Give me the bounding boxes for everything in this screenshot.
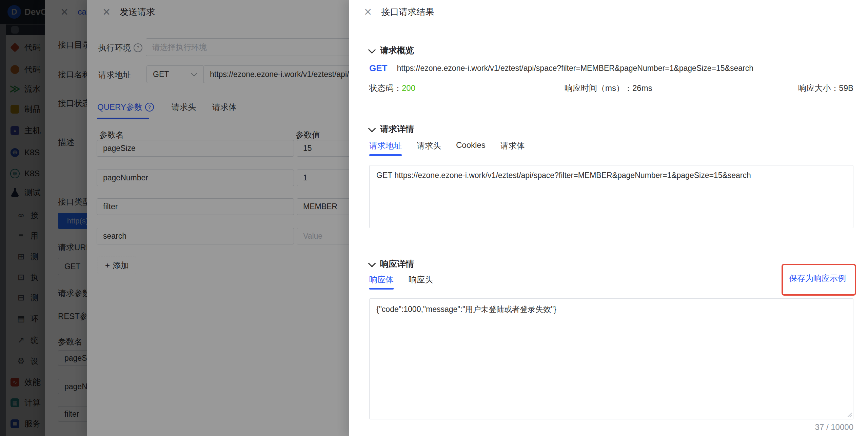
send-drawer-title: 发送请求 bbox=[120, 6, 155, 18]
param-name-input[interactable]: search bbox=[97, 228, 294, 244]
efficiency-icon: ∿ bbox=[10, 377, 20, 387]
close-icon[interactable]: × bbox=[364, 5, 372, 18]
help-icon: ? bbox=[145, 103, 154, 112]
overview-url-row: GET https://ezone.ezone-i.work/v1/eztest… bbox=[369, 63, 753, 74]
resize-handle-icon[interactable] bbox=[846, 412, 852, 418]
sidebar-item-service[interactable]: 服务 bbox=[6, 418, 45, 430]
stats-chart-icon: ↗ bbox=[16, 335, 26, 345]
section-request-overview[interactable]: 请求概览 bbox=[369, 45, 414, 56]
sidebar-item-label: 制品 bbox=[24, 104, 41, 115]
field-label-param-name: 参数名 bbox=[58, 336, 82, 347]
app-icon bbox=[10, 25, 20, 35]
tab-response-headers[interactable]: 响应头 bbox=[409, 274, 433, 285]
sidebar-item-label: 统 bbox=[31, 335, 38, 345]
active-tab-underline bbox=[369, 154, 402, 156]
close-icon[interactable]: × bbox=[61, 5, 68, 18]
section-response-detail[interactable]: 响应详情 bbox=[369, 258, 414, 270]
sidebar: D DevC 代码 代码 ≫ 流水 制品 ▲ 主机 ☸ K8S bbox=[0, 0, 45, 436]
sidebar-item-artifact[interactable]: 制品 bbox=[6, 103, 45, 115]
sidebar-subitem-stats[interactable]: ↗ 统 bbox=[6, 334, 45, 346]
param-name-input[interactable]: pageSize bbox=[97, 140, 294, 157]
report-icon: ⊟ bbox=[16, 293, 26, 302]
api-drawer-title: ca bbox=[78, 7, 86, 17]
result-drawer-title: 接口请求结果 bbox=[381, 6, 434, 18]
artifact-icon bbox=[10, 104, 20, 114]
sidebar-item-label: 计算 bbox=[24, 397, 41, 408]
sidebar-item-pipeline[interactable]: ≫ 流水 bbox=[6, 83, 45, 95]
sidebar-item-test[interactable]: 测试 bbox=[6, 187, 45, 198]
link-icon: ∞ bbox=[16, 211, 26, 220]
sidebar-item-label: 设 bbox=[31, 356, 38, 366]
section-request-detail[interactable]: 请求详情 bbox=[369, 123, 414, 135]
close-icon[interactable]: × bbox=[103, 5, 110, 18]
param-name-input[interactable]: filter bbox=[97, 198, 294, 215]
add-param-button[interactable]: + 添加 bbox=[98, 257, 136, 274]
sidebar-subitem-executions[interactable]: ⊡ 执 bbox=[6, 272, 45, 283]
pipeline-icon: ≫ bbox=[10, 84, 20, 94]
tab-request-body[interactable]: 请求体 bbox=[212, 102, 237, 113]
response-body-textarea[interactable]: {"code":1000,"message":"用户未登陆或者登录失效"} bbox=[369, 298, 853, 419]
tab-request-headers[interactable]: 请求头 bbox=[172, 102, 196, 113]
sidebar-item-code-scan[interactable]: 代码 bbox=[6, 64, 45, 75]
sidebar-item-host[interactable]: ▲ 主机 bbox=[6, 125, 45, 136]
sidebar-subitem-settings[interactable]: ⚙ 设 bbox=[6, 355, 45, 367]
k8s-manage-icon: ☸ bbox=[10, 169, 20, 178]
save-as-example-wrap: 保存为响应示例 bbox=[782, 264, 853, 293]
code-branch-icon bbox=[10, 43, 20, 52]
request-url: https://ezone.ezone-i.work/v1/eztest/api… bbox=[397, 64, 753, 73]
tab-response-body[interactable]: 响应体 bbox=[369, 274, 394, 285]
response-time: 响应时间（ms）：26ms bbox=[565, 83, 652, 94]
request-detail-tabs: 请求地址 请求头 Cookies 请求体 bbox=[369, 140, 525, 151]
chevron-down-icon bbox=[191, 70, 197, 76]
sidebar-subitem-env[interactable]: ▤ 环 bbox=[6, 313, 45, 324]
sidebar-item-label: 代码 bbox=[24, 64, 41, 75]
sidebar-item-code-repo[interactable]: 代码 bbox=[6, 42, 45, 53]
sidebar-item-label: 效能 bbox=[24, 377, 41, 388]
field-label-api-desc: 描述 bbox=[58, 137, 74, 148]
sidebar-item-label: K8S bbox=[24, 169, 40, 178]
sidebar-item-label: 测试 bbox=[24, 187, 41, 198]
logo-bar: D DevC bbox=[0, 0, 45, 24]
tab-request-address[interactable]: 请求地址 bbox=[369, 140, 402, 151]
sidebar-item-label: 测 bbox=[31, 252, 38, 262]
sidebar-subitem-api-test[interactable]: ∞ 接 bbox=[6, 210, 45, 221]
tab-request-body[interactable]: 请求体 bbox=[500, 140, 525, 151]
gear-icon: ⚙ bbox=[16, 356, 26, 366]
board-icon: ⊞ bbox=[16, 252, 26, 261]
env-icon: ▤ bbox=[16, 314, 26, 323]
tab-query-params[interactable]: QUERY参数? bbox=[97, 102, 155, 113]
field-label-api-status: 接口状态 bbox=[58, 98, 91, 109]
window-icon: ⊡ bbox=[16, 273, 26, 282]
param-name-input[interactable]: pageNumber bbox=[97, 170, 294, 186]
sidebar-item-compute[interactable]: ▦ 计算 bbox=[6, 397, 45, 409]
tab-cookies[interactable]: Cookies bbox=[456, 140, 486, 150]
sidebar-item-label: 执 bbox=[31, 272, 38, 283]
chevron-down-icon bbox=[368, 124, 376, 132]
sidebar-item-label: 代码 bbox=[24, 42, 41, 53]
env-label: 执行环境?： bbox=[98, 42, 152, 54]
sidebar-subitem-cases[interactable]: ≡ 用 bbox=[6, 230, 45, 241]
sidebar-item-efficiency[interactable]: ∿ 效能 bbox=[6, 376, 45, 388]
help-icon[interactable]: ? bbox=[134, 43, 142, 52]
request-detail-box[interactable]: GET https://ezone.ezone-i.work/v1/eztest… bbox=[369, 165, 853, 228]
logo-icon: D bbox=[7, 5, 21, 19]
sidebar-edge-rail bbox=[0, 22, 6, 436]
request-result-drawer: × 接口请求结果 请求概览 GET https://ezone.ezone-i.… bbox=[349, 0, 868, 436]
chevron-down-icon bbox=[368, 259, 376, 267]
char-counter: 37 / 10000 bbox=[815, 422, 853, 432]
sidebar-item-k8s-manage[interactable]: ☸ K8S bbox=[6, 168, 45, 179]
logo-text: DevC bbox=[24, 7, 45, 17]
app-root: D DevC 代码 代码 ≫ 流水 制品 ▲ 主机 ☸ K8S bbox=[0, 0, 868, 436]
send-param-tabs: QUERY参数? 请求头 请求体 bbox=[97, 102, 237, 113]
sidebar-subitem-reports[interactable]: ⊟ 测 bbox=[6, 292, 45, 303]
save-as-response-example-link[interactable]: 保存为响应示例 bbox=[789, 273, 846, 284]
tab-request-headers[interactable]: 请求头 bbox=[417, 140, 441, 151]
sidebar-subitem-plans[interactable]: ⊞ 测 bbox=[6, 251, 45, 262]
sidebar-item-k8s-deploy[interactable]: ☸ K8S bbox=[6, 147, 45, 158]
response-detail-tabs: 响应体 响应头 bbox=[369, 274, 433, 285]
sidebar-item-active-partial[interactable] bbox=[6, 24, 45, 35]
field-label-request-params: 请求参数 bbox=[58, 288, 91, 299]
active-tab-underline bbox=[369, 288, 394, 290]
method-select[interactable]: GET bbox=[146, 65, 204, 83]
k8s-deploy-icon: ☸ bbox=[10, 148, 20, 157]
